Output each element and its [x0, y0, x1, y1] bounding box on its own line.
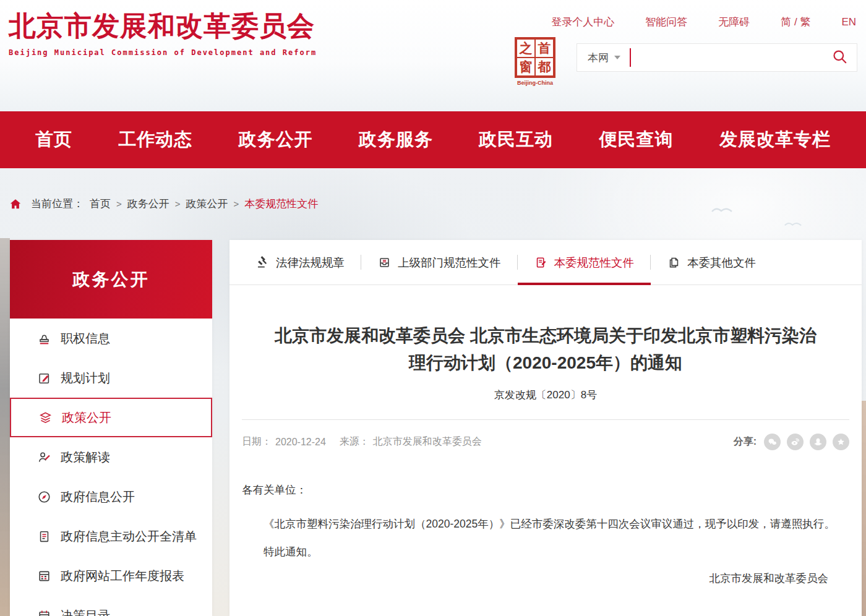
sidebar-item-label: 职权信息: [61, 330, 110, 347]
breadcrumb-separator: >: [175, 199, 181, 209]
gavel-icon: [256, 256, 269, 269]
main-nav: 首页工作动态政务公开政务服务政民互动便民查询发展改革专栏: [0, 111, 866, 168]
breadcrumb-item[interactable]: 首页 >: [90, 197, 127, 211]
search-scope-label: 本网: [588, 51, 609, 65]
source-value: 北京市发展和改革委员会: [373, 435, 482, 448]
compass-icon: [37, 490, 51, 504]
breadcrumb: 当前位置： 首页 > 政务公开 > 政策公开 > 本委规范性文件 >: [9, 197, 318, 211]
share-button[interactable]: [787, 434, 804, 450]
sidebar-item-label: 政府信息主动公开全清单: [61, 528, 197, 545]
tab-label: 上级部门规范性文件: [398, 255, 501, 270]
top-link[interactable]: 智能问答: [645, 15, 687, 29]
list-doc-icon: [37, 529, 51, 544]
article-meta-row: 日期： 2020-12-24 来源： 北京市发展和改革委员会 分享:: [242, 434, 849, 450]
share-button[interactable]: [833, 434, 849, 450]
breadcrumb-item-label: 政策公开: [186, 197, 228, 211]
stamp-char: 窗: [517, 58, 535, 76]
tab[interactable]: 本委其他文件: [651, 240, 773, 284]
site-logo[interactable]: 北京市发展和改革委员会 Beijing Municipal Commission…: [9, 10, 317, 57]
tab[interactable]: 本委规范性文件: [518, 240, 651, 284]
sidebar-item[interactable]: 政府信息公开: [10, 477, 212, 516]
breadcrumb-items: 首页 > 政务公开 > 政策公开 > 本委规范性文件 >: [90, 197, 318, 211]
breadcrumb-item-label: 本委规范性文件: [244, 197, 318, 211]
stamp-char: 之: [517, 39, 535, 58]
inbox-icon: [378, 256, 391, 269]
background-photo-strip-left: [0, 238, 10, 616]
article-meta: 日期： 2020-12-24 来源： 北京市发展和改革委员会: [242, 435, 482, 448]
search-icon: [831, 48, 848, 67]
search-button[interactable]: [831, 48, 857, 67]
qzone-share-icon: [836, 437, 846, 447]
stamp-caption: Beijing-China: [515, 80, 555, 86]
article-paragraph: 特此通知。: [242, 541, 849, 563]
breadcrumb-item[interactable]: 政策公开 >: [186, 197, 245, 211]
share-button[interactable]: [764, 434, 781, 450]
tabs: 法律法规规章 上级部门规范性文件 本委规范性文件 本委其他文件: [229, 240, 862, 285]
top-link[interactable]: 简 / 繁: [781, 15, 810, 29]
content-panel: 法律法规规章 上级部门规范性文件 本委规范性文件 本委其他文件 北京市发展和改革…: [229, 240, 862, 616]
top-link[interactable]: 无障碍: [718, 15, 750, 29]
nav-item[interactable]: 政民互动: [479, 127, 553, 152]
stamp-char: 首: [535, 39, 554, 58]
sidebar-item[interactable]: 政府信息主动公开全清单: [10, 516, 212, 556]
article-body: 各有关单位：《北京市塑料污染治理行动计划（2020-2025年）》已经市委深改委…: [242, 479, 849, 590]
caret-down-icon: [614, 56, 620, 59]
search-bar: 本网: [577, 43, 857, 72]
nav-item[interactable]: 便民查询: [599, 127, 674, 152]
top-links: 登录个人中心智能问答无障碍简 / 繁EN: [551, 15, 856, 29]
source-label: 来源：: [340, 435, 369, 448]
bird-decoration: [711, 205, 732, 214]
sidebar-item[interactable]: 职权信息: [10, 319, 212, 358]
share-label: 分享:: [734, 435, 757, 448]
share-bar: 分享:: [734, 434, 849, 450]
weibo-share-icon: [790, 437, 800, 447]
tab-label: 本委规范性文件: [554, 255, 635, 270]
capital-window-seal: 之首窗都: [515, 37, 555, 78]
breadcrumb-item[interactable]: 政务公开 >: [127, 197, 186, 211]
sidebar-item-label: 政府网站工作年度报表: [61, 568, 184, 584]
nav-item[interactable]: 首页: [35, 127, 72, 152]
sidebar-item-label: 政策解读: [61, 449, 110, 466]
site-header: 北京市发展和改革委员会 Beijing Municipal Commission…: [0, 0, 866, 111]
breadcrumb-item-label: 首页: [90, 197, 111, 211]
share-buttons: [764, 434, 849, 450]
sidebar-item[interactable]: 规划计划: [10, 358, 212, 398]
share-button[interactable]: [810, 434, 826, 450]
breadcrumb-separator: >: [234, 199, 239, 209]
page: 北京市发展和改革委员会 Beijing Municipal Commission…: [0, 0, 866, 616]
article: 北京市发展和改革委员会 北京市生态环境局关于印发北京市塑料污染治理行动计划（20…: [229, 322, 862, 590]
article-paragraph: 北京市发展和改革委员会: [242, 567, 849, 590]
search-scope-select[interactable]: 本网: [577, 51, 620, 65]
doc-pen-icon: [534, 256, 547, 269]
nav-item[interactable]: 发展改革专栏: [719, 127, 831, 152]
tab[interactable]: 法律法规规章: [239, 240, 361, 284]
sidebar-item-label: 规划计划: [61, 370, 110, 387]
article-paragraph: 各有关单位：: [242, 479, 849, 502]
search-input[interactable]: [631, 44, 831, 71]
nav-item[interactable]: 政务服务: [359, 127, 433, 152]
divider: [242, 419, 849, 420]
breadcrumb-item[interactable]: 本委规范性文件 >: [244, 197, 318, 211]
home-icon[interactable]: [9, 197, 22, 211]
sidebar-item-label: 政策公开: [62, 409, 111, 426]
sidebar-item[interactable]: 政策公开: [10, 398, 212, 437]
interpretation-icon: [37, 450, 51, 464]
decision-catalog-icon: [37, 609, 51, 616]
top-link[interactable]: EN: [841, 16, 856, 28]
nav-item[interactable]: 工作动态: [118, 127, 192, 152]
sidebar-item[interactable]: 政策解读: [10, 437, 212, 477]
tab[interactable]: 上级部门规范性文件: [361, 240, 518, 284]
top-link[interactable]: 登录个人中心: [551, 15, 614, 29]
sidebar-item-label: 政府信息公开: [61, 489, 135, 505]
stamp-icon: [37, 332, 51, 346]
nav-item[interactable]: 政务公开: [239, 127, 313, 152]
capital-window-logo[interactable]: 之首窗都 Beijing-China: [515, 37, 555, 86]
sidebar-item-label: 决策目录: [61, 607, 110, 616]
site-subtitle: Beijing Municipal Commission of Developm…: [9, 48, 317, 57]
tab-label: 本委其他文件: [687, 255, 756, 270]
sidebar-item[interactable]: 决策目录: [10, 596, 212, 616]
sidebar-menu: 职权信息 规划计划 政策公开 政策解读 政府信息公开 政府信息主动公开全清单 政…: [10, 319, 212, 616]
sidebar-item[interactable]: 政府网站工作年度报表: [10, 556, 212, 596]
breadcrumb-label: 当前位置：: [31, 197, 84, 211]
site-title: 北京市发展和改革委员会: [9, 10, 317, 42]
